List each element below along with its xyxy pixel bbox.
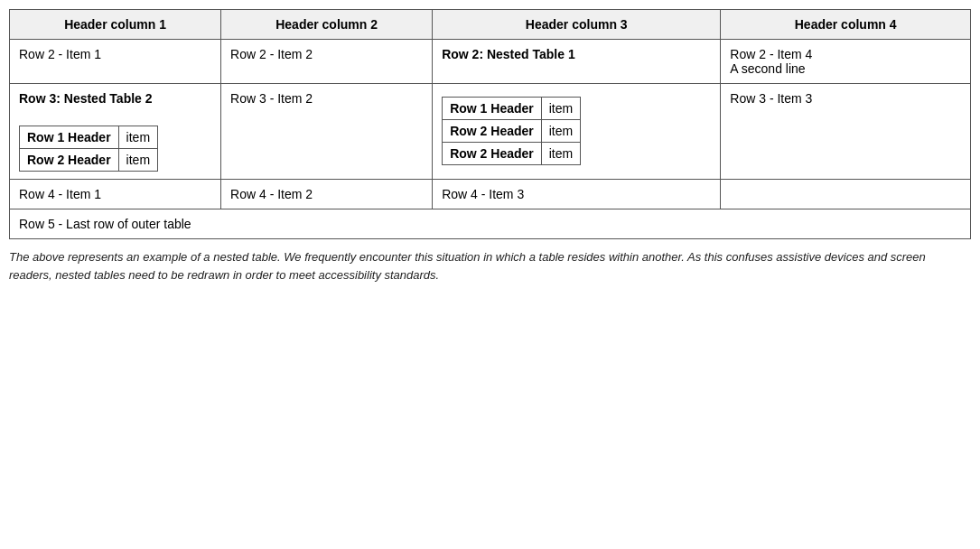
row3-col3: Row 1 Header item Row 2 Header item Row … — [433, 84, 721, 180]
row4-col1: Row 4 - Item 1 — [10, 180, 221, 209]
row4-col3: Row 4 - Item 3 — [433, 180, 721, 209]
outer-table: Header column 1 Header column 2 Header c… — [9, 9, 971, 239]
table-row-5: Row 5 - Last row of outer table — [10, 209, 971, 239]
nested1-row1-header: Row 1 Header — [443, 98, 542, 120]
table-row-3: Row 3: Nested Table 2 Row 1 Header item … — [10, 84, 971, 180]
nested1-row1-item: item — [541, 98, 580, 120]
nested-table-1: Row 1 Header item Row 2 Header item Row … — [442, 97, 581, 165]
nested1-row1: Row 1 Header item — [443, 98, 581, 120]
nested2-row1: Row 1 Header item — [20, 126, 158, 149]
row5-text: Row 5 - Last row of outer table — [10, 209, 971, 239]
row2-col4-line2: A second line — [730, 61, 805, 76]
caption-text: The above represents an example of a nes… — [9, 248, 971, 284]
row2-col1: Row 2 - Item 1 — [10, 40, 221, 84]
nested1-row3-header: Row 2 Header — [443, 143, 542, 165]
nested1-row2-item: item — [541, 120, 580, 143]
table-row-2: Row 2 - Item 1 Row 2 - Item 2 Row 2: Nes… — [10, 40, 971, 84]
header-col3: Header column 3 — [433, 10, 721, 40]
header-row: Header column 1 Header column 2 Header c… — [10, 10, 971, 40]
row2-col4: Row 2 - Item 4 A second line — [721, 40, 971, 84]
row3-nested-label: Row 3: Nested Table 2 — [19, 91, 153, 106]
nested-table-2: Row 1 Header item Row 2 Header item — [19, 126, 158, 172]
row4-col4 — [721, 180, 971, 209]
row4-col2: Row 4 - Item 2 — [221, 180, 433, 209]
nested1-row2: Row 2 Header item — [443, 120, 581, 143]
table-row-4: Row 4 - Item 1 Row 4 - Item 2 Row 4 - It… — [10, 180, 971, 209]
nested2-row2-header: Row 2 Header — [20, 149, 119, 172]
header-col4: Header column 4 — [721, 10, 971, 40]
nested2-row1-item: item — [118, 126, 157, 149]
row2-col3: Row 2: Nested Table 1 — [433, 40, 721, 84]
row2-col4-line1: Row 2 - Item 4 — [730, 47, 812, 61]
row3-col4: Row 3 - Item 3 — [721, 84, 971, 180]
header-col2: Header column 2 — [221, 10, 433, 40]
nested2-row1-header: Row 1 Header — [20, 126, 119, 149]
row3-col1: Row 3: Nested Table 2 Row 1 Header item … — [10, 84, 221, 180]
nested2-row2: Row 2 Header item — [20, 149, 158, 172]
row2-nested-label: Row 2: Nested Table 1 — [442, 47, 575, 61]
nested2-row2-item: item — [118, 149, 157, 172]
nested1-row2-header: Row 2 Header — [443, 120, 542, 143]
header-col1: Header column 1 — [10, 10, 221, 40]
row3-col2: Row 3 - Item 2 — [221, 84, 433, 180]
row2-col2: Row 2 - Item 2 — [221, 40, 433, 84]
nested1-row3: Row 2 Header item — [443, 143, 581, 165]
nested1-row3-item: item — [541, 143, 580, 165]
